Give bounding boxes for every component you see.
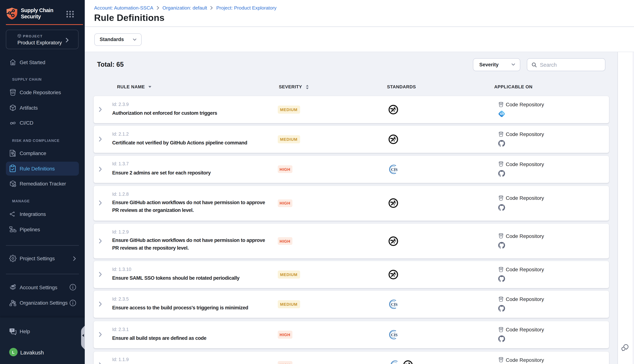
svg-text:?: ?: [11, 329, 13, 332]
svg-text:CIS: CIS: [392, 363, 399, 364]
